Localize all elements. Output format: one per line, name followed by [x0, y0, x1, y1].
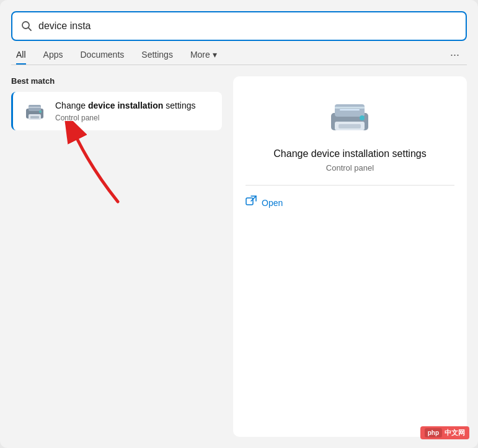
svg-rect-5	[30, 116, 39, 119]
tab-documents[interactable]: Documents	[71, 45, 133, 65]
result-text: Change device installation settings Cont…	[55, 100, 213, 122]
result-icon	[22, 98, 48, 124]
svg-rect-14	[340, 109, 360, 110]
more-options-button[interactable]: ···	[445, 46, 464, 64]
best-match-label: Best match	[11, 76, 222, 86]
nav-tabs: All Apps Documents Settings More ▾ ···	[0, 45, 478, 65]
search-window: All Apps Documents Settings More ▾ ··· B…	[0, 0, 478, 448]
tab-all[interactable]: All	[14, 45, 35, 65]
result-title: Change device installation settings	[55, 100, 213, 112]
svg-line-16	[251, 196, 256, 201]
svg-point-6	[39, 110, 42, 113]
svg-rect-15	[246, 198, 253, 205]
watermark-site-label: 中文网	[445, 428, 465, 437]
detail-icon	[325, 95, 375, 138]
svg-rect-11	[339, 124, 361, 128]
open-action[interactable]: Open	[246, 195, 283, 210]
tab-more[interactable]: More ▾	[182, 45, 226, 65]
svg-rect-7	[29, 107, 41, 108]
detail-divider	[246, 185, 454, 186]
main-content: Best match Change	[0, 65, 478, 448]
watermark-php-label: php	[425, 428, 442, 437]
tab-settings[interactable]: Settings	[133, 45, 182, 65]
left-panel: Best match Change	[11, 76, 222, 437]
open-external-icon	[246, 195, 257, 210]
detail-subtitle: Control panel	[326, 163, 374, 172]
result-item[interactable]: Change device installation settings Cont…	[11, 92, 222, 130]
search-bar[interactable]	[11, 11, 467, 41]
svg-point-12	[360, 115, 365, 120]
svg-line-1	[29, 28, 31, 30]
right-panel: Change device installation settings Cont…	[233, 76, 467, 437]
search-input[interactable]	[38, 20, 457, 32]
search-icon	[21, 20, 32, 32]
detail-title: Change device installation settings	[273, 148, 426, 159]
result-subtitle: Control panel	[55, 114, 213, 122]
watermark: php 中文网	[420, 426, 469, 439]
open-label: Open	[262, 198, 283, 208]
svg-rect-13	[335, 107, 365, 109]
tab-apps[interactable]: Apps	[35, 45, 72, 65]
